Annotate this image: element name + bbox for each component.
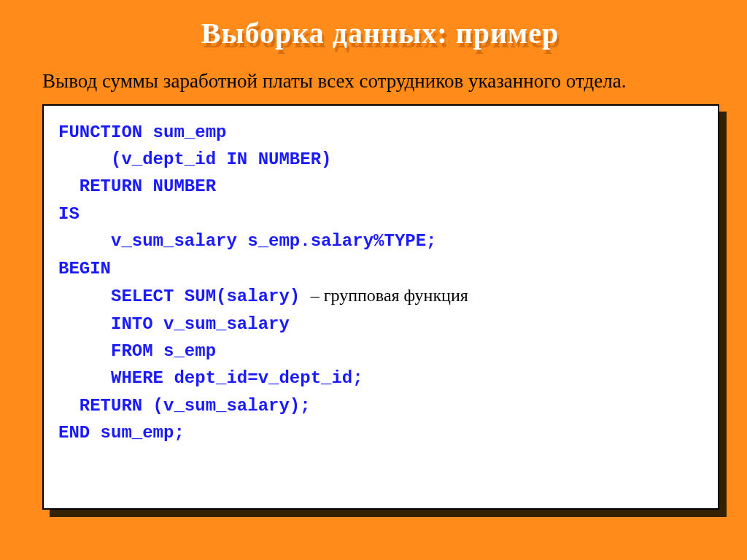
code-line: WHERE dept_id=v_dept_id; bbox=[58, 368, 363, 388]
code-block: FUNCTION sum_emp (v_dept_id IN NUMBER) R… bbox=[42, 104, 719, 510]
code-comment: – групповая функция bbox=[311, 286, 468, 305]
code-line: FUNCTION sum_emp bbox=[58, 122, 226, 142]
code-line: IS bbox=[58, 204, 80, 224]
code-line: RETURN NUMBER bbox=[58, 176, 216, 196]
slide-title: Выборка данных: пример Выборка данных: п… bbox=[117, 16, 643, 55]
slide: Выборка данных: пример Выборка данных: п… bbox=[0, 0, 747, 560]
code-block-box: FUNCTION sum_emp (v_dept_id IN NUMBER) R… bbox=[42, 104, 719, 510]
code-line: INTO v_sum_salary bbox=[58, 314, 290, 334]
code-line: SELECT SUM(salary) bbox=[58, 287, 311, 306]
code-line: END sum_emp; bbox=[58, 423, 185, 443]
slide-subtitle: Вывод суммы заработной платы всех сотруд… bbox=[42, 69, 699, 94]
code-line: v_sum_salary s_emp.salary%TYPE; bbox=[58, 231, 436, 251]
code-content: FUNCTION sum_emp (v_dept_id IN NUMBER) R… bbox=[58, 119, 708, 447]
code-line: RETURN (v_sum_salary); bbox=[58, 396, 311, 416]
code-line: (v_dept_id IN NUMBER) bbox=[58, 149, 331, 169]
code-line: BEGIN bbox=[58, 259, 111, 279]
code-line: FROM s_emp bbox=[58, 341, 216, 361]
slide-title-text: Выборка данных: пример bbox=[117, 16, 643, 50]
